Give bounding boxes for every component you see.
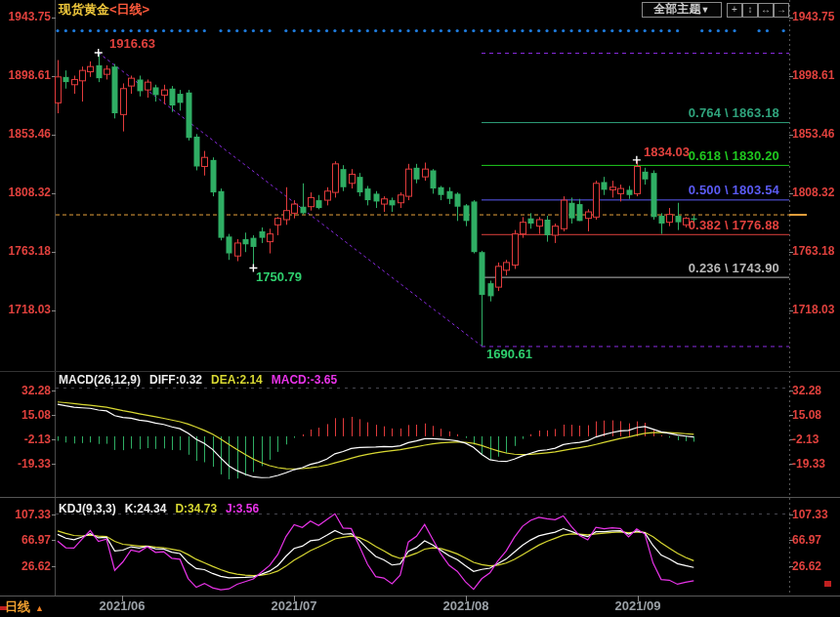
kdj-axis-label: 107.33 <box>792 508 839 521</box>
period-tag: <日线> <box>109 2 149 17</box>
kdj-axis-label: 66.97 <box>0 533 51 547</box>
month-axis-label: 2021/07 <box>255 598 333 613</box>
price-axis-label: 1943.75 <box>792 10 839 23</box>
price-chart-canvas[interactable] <box>0 0 840 617</box>
themes-dropdown-button[interactable]: 全部主题▼ <box>642 2 722 18</box>
macd-axis-label: 15.08 <box>792 408 839 422</box>
price-axis-label: 1763.18 <box>0 244 51 258</box>
macd-axis-label: -19.33 <box>0 457 51 471</box>
kdj-k-value: K:24.34 <box>125 502 167 515</box>
trading-terminal: 现货黄金<日线> 全部主题▼ + ↕ ↔ → 1943.75 1898.61 1… <box>0 0 840 617</box>
triangle-up-icon: ▲ <box>35 603 44 613</box>
themes-label: 全部主题 <box>654 2 701 16</box>
price-axis-label: 1853.46 <box>792 127 839 141</box>
flash-crash-low-annotation: 1690.61 <box>486 347 532 361</box>
period-tab-daily[interactable]: 日线▲ <box>5 598 44 616</box>
macd-axis-label: 15.08 <box>0 408 51 422</box>
kdj-indicator-name: KDJ(9,3,3) <box>59 502 116 515</box>
price-axis-label: 1898.61 <box>792 68 839 82</box>
fit-vertical-axis-icon[interactable]: ↕ <box>742 3 758 18</box>
kdj-d-value: D:34.73 <box>175 502 217 515</box>
june-low-annotation: 1750.79 <box>256 269 302 284</box>
kdj-axis-label: 66.97 <box>792 533 839 547</box>
price-axis-label: 1718.03 <box>792 303 839 316</box>
macd-axis-label: -2.13 <box>0 432 51 446</box>
swing-high-annotation: 1916.63 <box>109 36 155 51</box>
macd-dea-value: DEA:2.14 <box>211 373 263 387</box>
chart-title: 现货黄金<日线> <box>59 1 149 19</box>
macd-axis-label: 32.28 <box>0 384 51 397</box>
macd-axis-label: 32.28 <box>792 384 839 397</box>
kdj-j-value: J:3.56 <box>226 502 259 515</box>
kdj-header: KDJ(9,3,3)K:24.34D:34.73J:3.56 <box>59 502 268 515</box>
price-axis-label: 1898.61 <box>0 68 51 82</box>
month-axis-label: 2021/08 <box>427 598 505 613</box>
price-axis-label: 1718.03 <box>0 303 51 316</box>
kdj-axis-label: 26.62 <box>792 559 839 573</box>
fib-level-label-500[interactable]: 0.500 \ 1803.54 <box>689 183 779 197</box>
macd-axis-label: -2.13 <box>792 432 839 446</box>
kdj-axis-label: 107.33 <box>0 508 51 521</box>
price-axis-label: 1808.32 <box>792 185 839 199</box>
shift-right-icon[interactable]: → <box>774 3 789 18</box>
fib-level-label-382[interactable]: 0.382 \ 1776.88 <box>689 218 779 232</box>
month-axis-label: 2021/06 <box>83 598 161 613</box>
macd-axis-label: -19.33 <box>792 457 839 471</box>
month-axis-label: 2021/09 <box>599 598 677 613</box>
fib-level-label-764[interactable]: 0.764 \ 1863.18 <box>689 105 779 120</box>
macd-header: MACD(26,12,9)DIFF:0.32DEA:2.14MACD:-3.65 <box>59 373 346 387</box>
price-axis-label: 1808.32 <box>0 185 51 199</box>
crosshair-icon[interactable]: + <box>727 3 742 18</box>
fib-level-label-618[interactable]: 0.618 \ 1830.20 <box>689 148 779 163</box>
chevron-down-icon: ▼ <box>701 5 710 15</box>
kdj-axis-label: 26.62 <box>0 559 51 573</box>
price-axis-label: 1853.46 <box>0 127 51 141</box>
macd-diff-value: DIFF:0.32 <box>149 373 202 387</box>
period-tab-label: 日线 <box>5 599 30 614</box>
macd-indicator-name: MACD(26,12,9) <box>59 373 141 387</box>
price-axis-label: 1943.75 <box>0 10 51 23</box>
price-axis-label: 1763.18 <box>792 244 839 258</box>
september-high-annotation: 1834.03 <box>644 144 690 159</box>
fib-level-label-236[interactable]: 0.236 \ 1743.90 <box>689 261 779 275</box>
fit-horizontal-axis-icon[interactable]: ↔ <box>758 3 774 18</box>
macd-bar-value: MACD:-3.65 <box>272 373 337 387</box>
symbol-name: 现货黄金 <box>59 2 109 17</box>
